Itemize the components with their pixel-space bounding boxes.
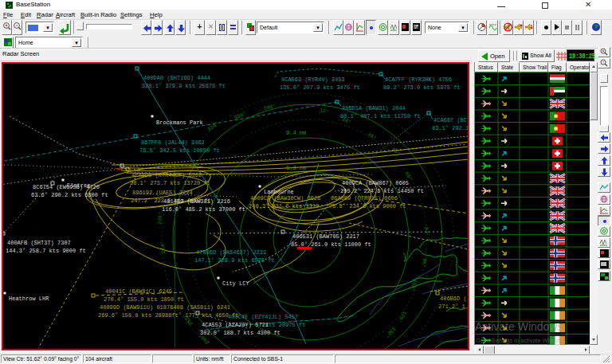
- svg-text:40041C (BAW81C) 6245: 40041C (BAW81C) 6245: [105, 288, 172, 295]
- svg-text:400DA0 (SHT16G) 4444: 400DA0 (SHT16G) 4444: [143, 75, 210, 81]
- svg-text:147.1° 229.9 kts 6575 ft: 147.1° 229.9 kts 6575 ft: [194, 257, 275, 264]
- svg-text:85.0° 261.0 kts 11000 ft: 85.0° 261.0 kts 11000 ft: [291, 241, 371, 248]
- svg-text:328.1° 379.9 kts 25675 ft: 328.1° 379.9 kts 25675 ft: [142, 83, 226, 89]
- svg-text:348°: 348°: [263, 103, 277, 112]
- svg-text:4CA687 (BCY: 4CA687 (BCY: [434, 117, 468, 123]
- svg-text:406D1A (BAW31) 2044: 406D1A (BAW31) 2044: [342, 105, 406, 112]
- svg-text:84°: 84°: [423, 226, 430, 236]
- svg-text:4CA553 (AZA20Y) 5721: 4CA553 (AZA20Y) 5721: [202, 322, 269, 328]
- svg-text:120°: 120°: [396, 310, 408, 324]
- svg-text:265.2° 224.8 kts 14450 ft: 265.2° 224.8 kts 14450 ft: [340, 188, 424, 194]
- svg-text:63.6° 290.2 kts 6300 ft: 63.6° 290.2 kts 6300 ft: [31, 192, 108, 198]
- svg-text:896192 (UAE5) 2224: 896192 (UAE5) 2224: [132, 190, 193, 196]
- svg-text:8C6754 (EWG95B) 4720: 8C6754 (EWG95B) 4720: [33, 184, 100, 190]
- svg-text:06A0B9 (QTR015) 0606: 06A0B9 (QTR015) 0606: [331, 195, 398, 202]
- svg-text:4009CA (BAW867) 0605: 4009CA (BAW867) 0605: [342, 180, 409, 186]
- svg-text:135.0° 207.9 kts 3475 ft: 135.0° 207.9 kts 3475 ft: [280, 84, 360, 91]
- svg-text:336°: 336°: [233, 110, 248, 121]
- svg-text:47806D (SAS4627) 2231: 47806D (SAS4627) 2231: [196, 249, 266, 256]
- svg-text:4CA8D8 (RYR44CP) 5362: 4CA8D8 (RYR44CP) 5362: [131, 172, 202, 178]
- svg-text:40099D (BAW911U) 01878408 (SAS: 40099D (BAW911U) 01878408 (SAS811) 6241: [100, 304, 230, 311]
- svg-text:80.1° 407.1 kts 11750 ft: 80.1° 407.1 kts 11750 ft: [340, 113, 421, 119]
- svg-text:400AFB (SHT3T) 7307: 400AFB (SHT3T) 7307: [7, 240, 71, 246]
- svg-text:132°: 132°: [384, 326, 397, 339]
- svg-text:Heathrow LHR: Heathrow LHR: [9, 296, 49, 302]
- svg-text:83.1° 292.1: 83.1° 292.1: [432, 125, 468, 131]
- svg-text:867FF0 (JAL44) 3462: 867FF0 (JAL44) 3462: [141, 139, 205, 146]
- svg-text:76.5° 342.5 kts 10850 ft: 76.5° 342.5 kts 10850 ft: [139, 147, 220, 154]
- svg-text:269.6° 158.0 kts 28988ft° 177_: 269.6° 158.0 kts 28988ft° 177_ kts 4650 …: [98, 312, 238, 319]
- svg-text:406531 (BAW705) 2217: 406531 (BAW705) 2217: [292, 233, 359, 240]
- svg-text:City LCY: City LCY: [222, 280, 249, 287]
- svg-text:36°: 36°: [367, 131, 378, 141]
- svg-text:271.2° 1: 271.2° 1: [438, 303, 465, 310]
- svg-text:406B6D (: 406B6D (: [440, 296, 467, 302]
- svg-text:Lambourne: Lambourne: [264, 189, 294, 195]
- svg-text:240.3° 231.6 kts 1310: 240.3° 231.6 kts 1310: [249, 203, 319, 209]
- svg-text:4814B9 (BAW381) 2216: 4814B9 (BAW381) 2216: [163, 198, 230, 205]
- svg-text:4CA563 (RYR4V) 3453: 4CA563 (RYR4V) 3453: [281, 76, 345, 83]
- svg-text:96°: 96°: [421, 258, 428, 268]
- svg-text:4009C7 (BAW30CW) 6628: 4009C7 (BAW30CW) 6628: [250, 195, 320, 202]
- svg-text:75.8° 234.6 kts 9000 ft: 75.8° 234.6 kts 9000 ft: [329, 203, 406, 209]
- svg-text:264°: 264°: [159, 241, 167, 253]
- svg-text:270.4° 155.0 kts 1850 ft: 270.4° 155.0 kts 1850 ft: [104, 296, 184, 303]
- svg-text:12°: 12°: [320, 107, 330, 115]
- svg-text:9.4 nm: 9.4 nm: [286, 130, 306, 136]
- svg-text:28.1° 273.7 kts 13720 ft: 28.1° 273.7 kts 13720 ft: [130, 180, 210, 186]
- svg-text:324°: 324°: [206, 120, 219, 133]
- svg-text:Brockmans Park: Brockmans Park: [156, 119, 203, 126]
- svg-text:4CA7FF (RYR3HK) 4756: 4CA7FF (RYR3HK) 4756: [385, 76, 452, 83]
- svg-text:89.2° 273.0 kts 5975 ft: 89.2° 273.0 kts 5975 ft: [383, 84, 461, 91]
- svg-text:276°: 276°: [156, 212, 164, 225]
- svg-text:116.0° 485.2 kts 37000 ft: 116.0° 485.2 kts 37000 ft: [162, 206, 245, 213]
- svg-text:kts 20975 ft: kts 20975 ft: [265, 322, 305, 328]
- svg-text:144.3° 258.7 kts 9000 ft: 144.3° 258.7 kts 9000 ft: [6, 248, 86, 254]
- svg-text:302.0° 188.7 kts 4300 ft: 302.0° 188.7 kts 4300 ft: [200, 330, 280, 336]
